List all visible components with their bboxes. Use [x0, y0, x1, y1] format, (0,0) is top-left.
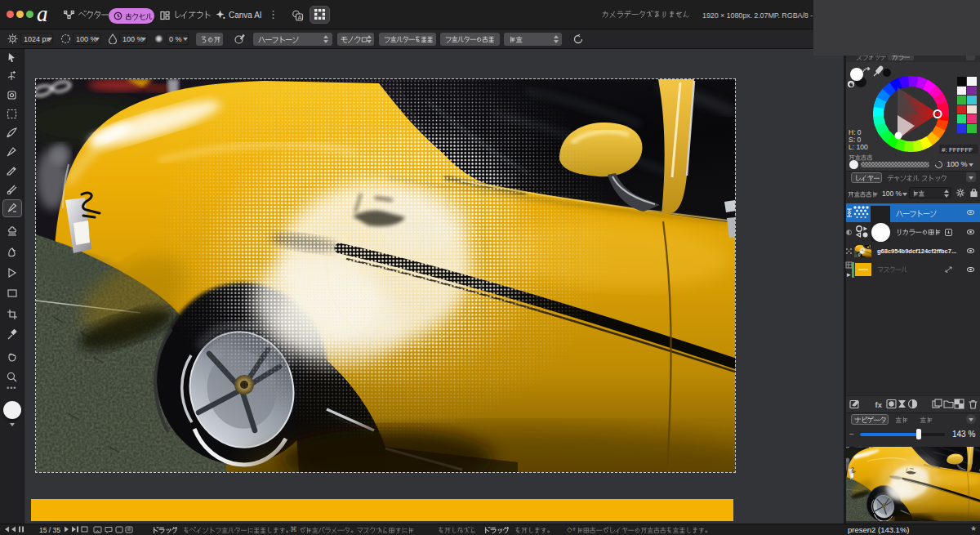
svg-text:fx: fx: [875, 400, 883, 409]
svg-text:A: A: [298, 13, 302, 20]
